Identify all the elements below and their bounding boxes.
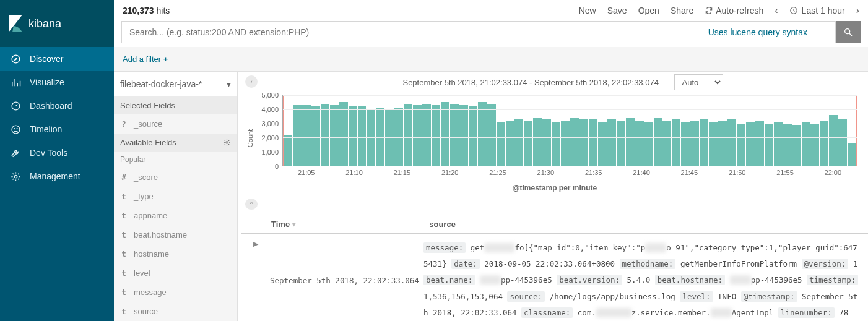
histogram-bar[interactable] [774, 122, 783, 166]
histogram-bar[interactable] [570, 118, 579, 166]
histogram-bar[interactable] [709, 122, 718, 166]
histogram-bar[interactable] [413, 105, 422, 166]
histogram-bar[interactable] [635, 121, 644, 166]
histogram-bar[interactable] [607, 119, 616, 166]
nav-discover[interactable]: Discover [0, 47, 114, 71]
gear-icon[interactable] [223, 139, 231, 147]
histogram-bar[interactable] [783, 124, 792, 166]
histogram-bar[interactable] [690, 121, 699, 166]
histogram-bar[interactable] [561, 121, 570, 166]
histogram-bar[interactable] [672, 119, 680, 166]
time-next-button[interactable]: › [856, 5, 859, 16]
histogram-bar[interactable] [727, 119, 736, 166]
field-hostname[interactable]: thostname [114, 244, 237, 263]
histogram-bar[interactable] [487, 104, 496, 166]
histogram-bar[interactable] [552, 122, 560, 166]
histogram-bar[interactable] [838, 119, 847, 166]
histogram-bar[interactable] [330, 105, 339, 166]
histogram-bar[interactable] [478, 102, 487, 166]
nav-dashboard[interactable]: Dashboard [0, 94, 114, 118]
histogram-bar[interactable] [524, 121, 532, 166]
histogram-bar[interactable] [293, 105, 302, 166]
search-hint[interactable]: Uses lucene query syntax [708, 21, 807, 43]
field-appname[interactable]: tappname [114, 206, 237, 225]
histogram-bar[interactable] [662, 121, 671, 166]
save-button[interactable]: Save [607, 6, 627, 15]
add-filter-button[interactable]: Add a filter + [123, 54, 168, 64]
histogram-bar[interactable] [848, 143, 856, 166]
auto-refresh-button[interactable]: Auto-refresh [705, 6, 763, 15]
histogram-bar[interactable] [718, 121, 727, 166]
histogram-bar[interactable] [579, 119, 588, 166]
histogram-chart[interactable]: 01,0002,0003,0004,0005,000 21:0521:1021:… [255, 95, 857, 181]
col-source-header[interactable]: _source [425, 220, 868, 229]
nav-dev-tools[interactable]: Dev Tools [0, 141, 114, 165]
histogram-bar[interactable] [394, 108, 403, 166]
histogram-bar[interactable] [792, 125, 801, 166]
logo[interactable]: kibana [0, 0, 114, 47]
histogram-bar[interactable] [589, 119, 597, 166]
histogram-bar[interactable] [432, 105, 440, 166]
histogram-bar[interactable] [349, 106, 357, 166]
ytick: 0 [275, 163, 279, 170]
collapse-chart-button[interactable]: ^ [245, 199, 258, 210]
histogram-bar[interactable] [617, 121, 625, 166]
histogram-bar[interactable] [533, 118, 542, 166]
kibana-logo-icon [9, 15, 22, 32]
share-button[interactable]: Share [671, 6, 693, 15]
histogram-bar[interactable] [376, 108, 384, 166]
histogram-bar[interactable] [746, 122, 755, 166]
histogram-bar[interactable] [404, 104, 412, 166]
expand-row-button[interactable]: ▶ [241, 240, 270, 321]
field-message[interactable]: tmessage [114, 283, 237, 302]
field-type-icon: t [120, 269, 128, 278]
search-button[interactable] [836, 21, 861, 43]
histogram-bar[interactable] [514, 119, 523, 166]
selected-fields-header: Selected Fields [114, 96, 237, 114]
histogram-bar[interactable] [311, 106, 320, 166]
histogram-bar[interactable] [700, 119, 708, 166]
open-button[interactable]: Open [638, 6, 659, 15]
histogram-bar[interactable] [339, 102, 348, 166]
histogram-bar[interactable] [506, 121, 514, 166]
histogram-bar[interactable] [459, 105, 468, 166]
histogram-bar[interactable] [284, 135, 292, 166]
collapse-fields-button[interactable]: ‹ [245, 75, 258, 88]
histogram-bar[interactable] [321, 104, 329, 166]
time-picker[interactable]: Last 1 hour [789, 6, 845, 15]
field-beat-hostname[interactable]: tbeat.hostname [114, 225, 237, 244]
field-source[interactable]: tsource [114, 302, 237, 321]
histogram-bar[interactable] [450, 104, 459, 166]
field-_score[interactable]: #_score [114, 168, 237, 187]
field-_type[interactable]: t_type [114, 187, 237, 206]
histogram-bar[interactable] [422, 104, 431, 166]
histogram-bar[interactable] [654, 118, 662, 166]
histogram-bar[interactable] [755, 121, 764, 166]
index-pattern-select[interactable]: filebeat-docker-java-* ▾ [114, 72, 237, 96]
histogram-bar[interactable] [644, 122, 653, 166]
histogram-bar[interactable] [626, 118, 635, 166]
histogram-bar[interactable] [302, 105, 311, 166]
histogram-bar[interactable] [441, 102, 449, 166]
histogram-bar[interactable] [820, 121, 828, 166]
interval-select[interactable]: Auto [674, 74, 723, 90]
nav-management[interactable]: Management [0, 165, 114, 188]
histogram-bar[interactable] [681, 122, 690, 166]
time-prev-button[interactable]: ‹ [775, 5, 778, 16]
nav-visualize[interactable]: Visualize [0, 71, 114, 94]
histogram-bar[interactable] [829, 115, 838, 166]
histogram-bar[interactable] [358, 106, 367, 166]
histogram-bar[interactable] [737, 124, 745, 166]
histogram-bar[interactable] [810, 124, 819, 166]
histogram-bar[interactable] [598, 122, 607, 166]
histogram-bar[interactable] [765, 124, 773, 166]
field-_source[interactable]: ?_source [114, 114, 237, 134]
histogram-bar[interactable] [542, 119, 551, 166]
nav-timelion[interactable]: Timelion [0, 118, 114, 141]
col-time-header[interactable]: Time ▾ [271, 220, 425, 229]
field-level[interactable]: tlevel [114, 263, 237, 283]
histogram-bar[interactable] [469, 106, 477, 166]
histogram-bar[interactable] [802, 122, 810, 166]
new-button[interactable]: New [579, 6, 596, 15]
histogram-bar[interactable] [497, 122, 505, 166]
